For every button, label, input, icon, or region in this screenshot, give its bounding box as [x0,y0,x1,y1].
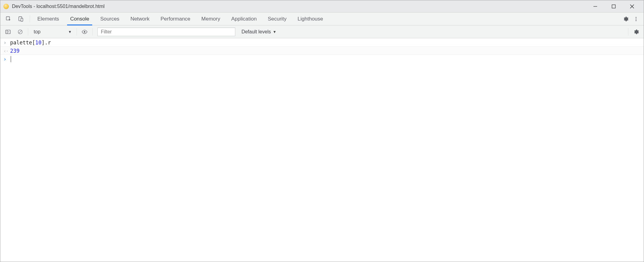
minimize-icon [593,4,598,9]
inspect-icon [6,16,12,22]
tab-elements[interactable]: Elements [32,13,65,25]
execution-context-select[interactable]: top ▼ [31,28,74,35]
live-expression-button[interactable] [80,27,89,36]
console-result-row: 239 [0,46,644,55]
device-toolbar-button[interactable] [16,14,25,24]
svg-point-8 [636,18,637,19]
console-result-value: 239 [10,48,20,54]
tab-application[interactable]: Application [226,13,262,25]
svg-point-9 [636,20,637,21]
console-output[interactable]: palette[10].r 239 [0,38,644,262]
tab-console[interactable]: Console [65,13,95,25]
window-minimize-button[interactable] [586,0,604,13]
console-settings-button[interactable] [631,27,641,36]
divider [628,28,628,36]
sidebar-icon [5,29,11,35]
window-maximize-button[interactable] [604,0,623,13]
divider [77,28,77,36]
clear-console-button[interactable] [16,27,25,36]
log-levels-select[interactable]: Default levels ▼ [241,29,276,35]
svg-point-7 [636,17,637,18]
log-levels-label: Default levels [241,29,271,35]
eye-icon [81,29,88,35]
prompt-chevron-icon [3,56,10,62]
svg-point-14 [84,31,85,32]
title-bar: DevTools - localhost:5501/mandelbrot.htm… [0,0,644,13]
window-title: DevTools - localhost:5501/mandelbrot.htm… [12,4,104,9]
svg-line-13 [19,30,21,33]
chevron-down-icon: ▼ [273,30,276,34]
settings-button[interactable] [621,14,630,24]
window-close-button[interactable] [623,0,641,13]
console-input-code: palette[10].r [10,40,51,46]
devtools-window: DevTools - localhost:5501/mandelbrot.htm… [0,0,644,262]
svg-rect-6 [21,18,23,21]
gear-icon [633,29,639,35]
console-toolbar: top ▼ Default levels ▼ [0,25,644,38]
execution-context-label: top [34,29,40,35]
tab-sources[interactable]: Sources [95,13,125,25]
input-chevron-icon [3,40,10,46]
divider [28,28,28,36]
more-options-button[interactable] [631,14,641,24]
console-prompt-input[interactable] [10,56,11,62]
toggle-console-sidebar-button[interactable] [3,27,13,36]
maximize-icon [611,4,616,9]
text-caret [11,56,11,62]
console-input-row: palette[10].r [0,38,644,46]
tab-lighthouse[interactable]: Lighthouse [292,13,328,25]
clear-icon [17,29,23,35]
device-icon [18,16,24,22]
devtools-favicon-icon [3,4,9,9]
divider [92,28,93,36]
console-prompt-row[interactable] [0,55,644,63]
close-icon [630,4,635,9]
output-chevron-icon [3,48,10,54]
chevron-down-icon: ▼ [68,30,72,34]
kebab-icon [633,16,639,22]
panel-tabstrip: Elements Console Sources Network Perform… [0,13,644,25]
tab-security[interactable]: Security [262,13,292,25]
svg-rect-1 [612,5,616,8]
console-filter-input[interactable] [97,28,235,36]
tab-memory[interactable]: Memory [196,13,225,25]
tab-performance[interactable]: Performance [155,13,196,25]
inspect-element-button[interactable] [4,14,13,24]
svg-rect-10 [6,30,10,34]
gear-icon [623,16,629,22]
tab-network[interactable]: Network [125,13,155,25]
